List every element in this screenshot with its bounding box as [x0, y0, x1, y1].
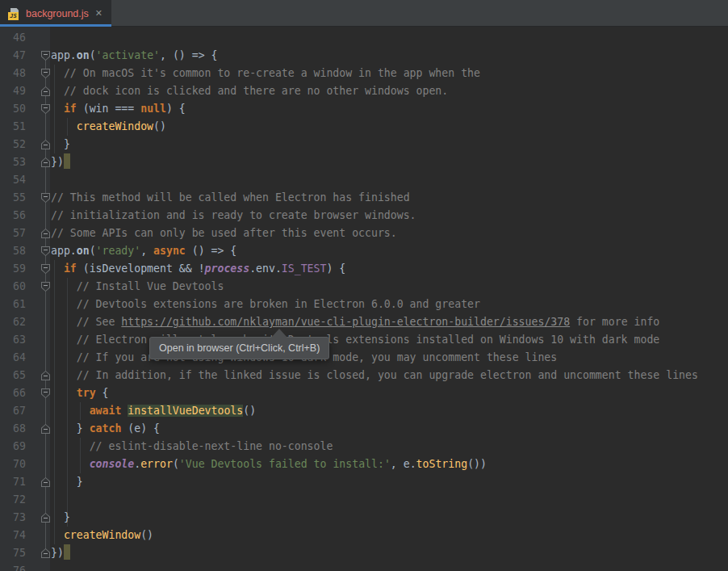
code-token: for more info: [570, 316, 659, 328]
code-line[interactable]: [0, 562, 728, 571]
code-line[interactable]: app.on('ready', async () => {: [0, 242, 728, 260]
code-line[interactable]: }): [0, 544, 728, 562]
code-line[interactable]: // This method will be called when Elect…: [0, 189, 728, 207]
code-line[interactable]: // initialization and is ready to create…: [0, 207, 728, 225]
code-token: {: [96, 387, 109, 399]
code-token: 'activate': [96, 49, 160, 61]
code-line[interactable]: // Install Vue Devtools: [0, 278, 728, 296]
code-token: IS_TEST: [282, 262, 327, 275]
highlighted-identifier: installVueDevtools: [128, 405, 243, 417]
code-token: try: [77, 387, 96, 399]
code-token: createWindow: [64, 529, 140, 541]
code-line[interactable]: app.on('activate', () => {: [0, 47, 728, 65]
code-token: ()): [467, 458, 487, 470]
caret-block: [64, 544, 70, 560]
tooltip-arrow-icon: [271, 329, 287, 338]
js-file-icon: JS: [8, 7, 21, 20]
code-token: // dock icon is clicked and there are no…: [51, 85, 448, 97]
code-token: ) {: [326, 262, 345, 275]
code-token: // initialization and is ready to create…: [51, 209, 416, 221]
code-line[interactable]: [0, 29, 728, 47]
code-token: // On macOS it's common to re-create a w…: [51, 67, 480, 79]
code-token: (isDevelopment && !: [77, 262, 205, 275]
code-line[interactable]: }: [0, 136, 728, 153]
code-line[interactable]: if (win === null) {: [0, 100, 728, 118]
code-token: , () => {: [160, 49, 217, 61]
code-line[interactable]: // Electron will not launch with Devtool…: [0, 331, 728, 349]
code-token: (win ===: [77, 103, 140, 115]
code-line[interactable]: try {: [0, 384, 728, 402]
tab-background-js[interactable]: JS background.js ✕: [0, 0, 111, 27]
code-line[interactable]: // In addition, if the linked issue is c…: [0, 367, 728, 384]
code-token: process: [205, 262, 250, 275]
code-line[interactable]: // eslint-disable-next-line no-console: [0, 438, 728, 456]
code-line[interactable]: [0, 491, 728, 509]
js-badge: JS: [8, 12, 19, 20]
code-token: on: [77, 245, 90, 257]
comment-hyperlink[interactable]: https://github.com/nklayman/vue-cli-plug…: [121, 316, 570, 328]
code-token: [51, 458, 90, 470]
code-token: // Electron will not launch with Devtool…: [51, 334, 659, 346]
code-token: (): [140, 529, 153, 541]
code-lines: app.on('activate', () => { // On macOS i…: [0, 29, 728, 571]
caret-block: [64, 153, 70, 169]
code-token: 'Vue Devtools failed to install:': [179, 458, 391, 470]
code-line[interactable]: [0, 171, 728, 189]
code-token: if: [64, 262, 77, 275]
code-token: [51, 529, 64, 541]
code-token: null: [140, 103, 166, 115]
code-token: [51, 387, 77, 399]
code-line[interactable]: createWindow(): [0, 527, 728, 544]
code-token: }: [51, 476, 83, 488]
code-token: () => {: [186, 245, 237, 257]
code-line[interactable]: createWindow(): [0, 118, 728, 136]
code-token: await: [90, 405, 122, 417]
code-line[interactable]: if (isDevelopment && !process.env.IS_TES…: [0, 260, 728, 278]
code-line[interactable]: } catch (e) {: [0, 420, 728, 438]
code-line[interactable]: // Devtools extensions are broken in Ele…: [0, 296, 728, 313]
open-in-browser-tooltip: Open in browser (Ctrl+Click, Ctrl+B): [149, 337, 329, 359]
code-token: // Devtools extensions are broken in Ele…: [51, 298, 480, 310]
code-token: // Install Vue Devtools: [51, 280, 224, 292]
code-token: // See: [51, 316, 121, 328]
code-token: (): [243, 405, 256, 417]
code-token: [51, 103, 64, 115]
code-token: 'ready': [96, 245, 141, 257]
code-token: app.: [51, 49, 77, 61]
code-token: createWindow: [77, 120, 153, 132]
code-token: ) {: [166, 103, 186, 115]
code-token: (: [173, 458, 179, 470]
tab-title: background.js: [26, 8, 89, 19]
code-token: [51, 262, 64, 275]
code-line[interactable]: // On macOS it's common to re-create a w…: [0, 65, 728, 82]
code-token: toString: [416, 458, 468, 470]
code-line[interactable]: }: [0, 473, 728, 491]
code-token: on: [77, 49, 90, 61]
close-tab-icon[interactable]: ✕: [95, 8, 103, 19]
code-token: }: [51, 422, 90, 435]
code-line[interactable]: await installVueDevtools(): [0, 402, 728, 420]
code-token: // In addition, if the linked issue is c…: [51, 369, 698, 381]
code-token: // Some APIs can only be used after this…: [51, 227, 397, 239]
code-line[interactable]: // If you are not using Windows 10 dark …: [0, 349, 728, 367]
code-token: app.: [51, 245, 77, 257]
code-token: }): [51, 156, 64, 168]
code-token: [51, 120, 77, 132]
code-token: error: [140, 458, 173, 470]
code-token: ,: [140, 245, 153, 257]
code-line[interactable]: }): [0, 153, 728, 171]
code-token: }: [51, 511, 70, 523]
code-line[interactable]: }: [0, 509, 728, 527]
code-token: (: [90, 245, 96, 257]
code-line[interactable]: console.error('Vue Devtools failed to in…: [0, 456, 728, 473]
code-token: , e.: [391, 458, 416, 470]
code-line[interactable]: // See https://github.com/nklayman/vue-c…: [0, 313, 728, 331]
code-line[interactable]: // Some APIs can only be used after this…: [0, 225, 728, 242]
ide-window: JS background.js ✕ 464748495051525354555…: [0, 0, 728, 571]
code-editor[interactable]: 4647484950515253545556575859606162636465…: [0, 27, 728, 571]
code-line[interactable]: // dock icon is clicked and there are no…: [0, 82, 728, 100]
code-token: }): [51, 547, 64, 559]
code-token: (e) {: [121, 422, 160, 435]
code-token: .: [134, 458, 140, 470]
tooltip-text: Open in browser (Ctrl+Click, Ctrl+B): [159, 339, 320, 357]
